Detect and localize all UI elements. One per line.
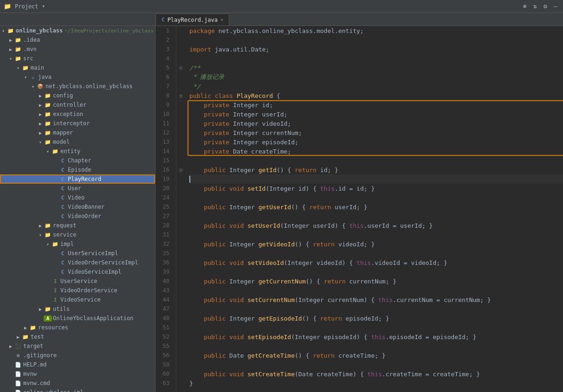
sidebar-item-videoserviceimpl[interactable]: ▶ C VideoServiceImpl bbox=[0, 267, 155, 276]
sync-icon[interactable]: ⇅ bbox=[531, 3, 539, 10]
ln-44: 44 bbox=[155, 295, 172, 304]
project-dropdown-icon[interactable]: ▾ bbox=[42, 3, 45, 9]
sidebar-item-help[interactable]: ▶ 📄 HELP.md bbox=[0, 360, 155, 369]
settings-icon[interactable]: ⚙ bbox=[542, 3, 549, 10]
sidebar-item-playrecord[interactable]: ▶ C PlayRecord bbox=[0, 174, 155, 184]
test-arrow: ▶ bbox=[15, 334, 21, 340]
fg-15 bbox=[176, 156, 186, 165]
code-line-52: public void setEpisodeId(Integer episode… bbox=[189, 332, 563, 341]
code-line-35 bbox=[189, 249, 563, 258]
code-editor[interactable]: 1 2 3 4 5 6 7 8 9 10 11 12 13 14 15 16 1… bbox=[155, 26, 563, 392]
sidebar-item-app[interactable]: ▶ A OnlineYbclassApplication bbox=[0, 314, 155, 323]
tab-close-button[interactable]: × bbox=[220, 17, 223, 22]
sidebar-item-net[interactable]: ▾ 📦 net.ybclass.online_ybclass bbox=[0, 82, 155, 91]
utils-label: utils bbox=[53, 306, 70, 312]
app-icon: A bbox=[44, 315, 52, 321]
playrecord-label: PlayRecord bbox=[68, 176, 101, 182]
impl-icon: 📁 bbox=[51, 241, 59, 247]
title-bar-icons: ⊕ ⇅ ⚙ — bbox=[521, 3, 559, 10]
code-line-55 bbox=[189, 341, 563, 351]
ln-60: 60 bbox=[155, 369, 172, 379]
ln-27: 27 bbox=[155, 212, 172, 221]
git-label: .gitignore bbox=[23, 352, 57, 359]
src-arrow: ▾ bbox=[7, 56, 14, 61]
ln-47: 47 bbox=[155, 304, 172, 314]
minimize-icon[interactable]: — bbox=[552, 3, 559, 10]
code-content[interactable]: package net.ybclass.online_ybclass.model… bbox=[186, 26, 563, 392]
sidebar-item-episode[interactable]: ▶ C Episode bbox=[0, 165, 155, 174]
sidebar-item-java[interactable]: ▾ ☕ java bbox=[0, 72, 155, 82]
sidebar-item-mvnw[interactable]: ▶ 📄 mvnw bbox=[0, 369, 155, 379]
sidebar-item-utils[interactable]: ▶ 📁 utils bbox=[0, 304, 155, 314]
us-icon: I bbox=[51, 278, 59, 284]
fg-2 bbox=[176, 35, 186, 45]
sidebar-item-video[interactable]: ▶ C Video bbox=[0, 193, 155, 202]
sidebar-item-mvn[interactable]: ▶ 📁 .mvn bbox=[0, 45, 155, 54]
sidebar-item-gitignore[interactable]: ▶ ⚙ .gitignore bbox=[0, 351, 155, 360]
sidebar-item-controller[interactable]: ▶ 📁 controller bbox=[0, 100, 155, 109]
sidebar-item-target[interactable]: ▶ ⬛ target bbox=[0, 341, 155, 351]
test-label: test bbox=[31, 334, 44, 340]
sidebar-item-videoorderservice[interactable]: ▶ I VideoOrderService bbox=[0, 286, 155, 295]
sidebar-item-iml[interactable]: ▶ 📄 online_ybclass.iml bbox=[0, 388, 155, 392]
ln-9: 9 bbox=[155, 100, 172, 109]
model-icon: 📁 bbox=[44, 139, 52, 145]
us-label: UserService bbox=[60, 278, 97, 284]
kw-public-40: public bbox=[204, 278, 226, 285]
sidebar-item-videoorder[interactable]: ▶ C VideoOrder bbox=[0, 212, 155, 221]
fg-5[interactable]: ≡ bbox=[176, 63, 186, 72]
ln-2: 2 bbox=[155, 35, 172, 45]
sidebar-item-request[interactable]: ▶ 📁 request bbox=[0, 221, 155, 230]
kw-return-40: return bbox=[324, 278, 346, 285]
service-arrow: ▾ bbox=[37, 232, 44, 238]
sidebar-item-interceptor[interactable]: ▶ 📁 interceptor bbox=[0, 119, 155, 128]
sidebar-item-resources[interactable]: ▶ 📁 resources bbox=[0, 323, 155, 332]
ln-24: 24 bbox=[155, 193, 172, 202]
sidebar-item-config[interactable]: ▶ 📁 config bbox=[0, 91, 155, 100]
sidebar-item-entity[interactable]: ▾ 📁 entity bbox=[0, 147, 155, 156]
sidebar-item-userservice[interactable]: ▶ I UserService bbox=[0, 276, 155, 286]
sidebar-item-impl[interactable]: ▾ 📁 impl bbox=[0, 239, 155, 249]
kw-return-16: return bbox=[295, 167, 317, 174]
sidebar-item-test[interactable]: ▶ 📁 test bbox=[0, 332, 155, 341]
sidebar-item-chapter[interactable]: ▶ C Chapter bbox=[0, 156, 155, 165]
code-line-16: public Integer getId() { return id; } bbox=[189, 165, 563, 174]
fg-16[interactable]: ≡ bbox=[176, 165, 186, 174]
code-line-6: * 播放记录 bbox=[189, 72, 563, 82]
sidebar-item-mapper[interactable]: ▶ 📁 mapper bbox=[0, 128, 155, 137]
sidebar-item-main[interactable]: ▾ 📁 main bbox=[0, 63, 155, 72]
project-label[interactable]: Project bbox=[15, 3, 39, 10]
fg-8[interactable]: ≡ bbox=[176, 91, 186, 100]
sidebar-item-service[interactable]: ▾ 📁 service bbox=[0, 230, 155, 239]
vos-icon: I bbox=[51, 288, 59, 294]
tree-root[interactable]: ▾ 📁 online_ybclass ~/IdeaProjects/online… bbox=[0, 26, 155, 35]
sidebar-item-user[interactable]: ▶ C User bbox=[0, 184, 155, 193]
globe-icon[interactable]: ⊕ bbox=[521, 3, 529, 10]
sidebar-item-idea[interactable]: ▶ 📁 .idea bbox=[0, 35, 155, 45]
target-label: target bbox=[23, 343, 43, 349]
sidebar-item-model[interactable]: ▾ 📁 model bbox=[0, 137, 155, 147]
this-60: this bbox=[368, 371, 382, 378]
sidebar-item-videoservice[interactable]: ▶ I VideoService bbox=[0, 295, 155, 304]
comment-7: */ bbox=[189, 83, 200, 90]
vsi-icon: C bbox=[58, 269, 67, 275]
videobanner-label: VideoBanner bbox=[68, 204, 104, 210]
code-line-10: private Integer userId; bbox=[189, 109, 563, 119]
sidebar-item-videobanner[interactable]: ▶ C VideoBanner bbox=[0, 202, 155, 212]
sidebar-item-videoorderserviceimpl[interactable]: ▶ C VideoOrderServiceImpl bbox=[0, 258, 155, 267]
request-label: request bbox=[53, 222, 77, 229]
tab-playrecord[interactable]: C PlayRecord.java × bbox=[155, 13, 229, 26]
git-icon: ⚙ bbox=[14, 353, 22, 359]
sidebar-item-userserviceimpl[interactable]: ▶ C UserServiceImpl bbox=[0, 249, 155, 258]
ln-31: 31 bbox=[155, 230, 172, 239]
sidebar-item-exception[interactable]: ▶ 📁 exception bbox=[0, 109, 155, 119]
impl-label: impl bbox=[60, 241, 74, 247]
code-line-63: } bbox=[189, 379, 563, 388]
sidebar-item-mvnwcmd[interactable]: ▶ 📄 mvnw.cmd bbox=[0, 379, 155, 388]
code-line-12: private Integer currentNum; bbox=[189, 128, 563, 137]
kw-public-20: public bbox=[204, 185, 226, 192]
vs-icon: I bbox=[51, 297, 59, 303]
service-icon: 📁 bbox=[44, 232, 52, 238]
net-label: net.ybclass.online_ybclass bbox=[45, 83, 133, 90]
sidebar-item-src[interactable]: ▾ 📁 src bbox=[0, 54, 155, 63]
